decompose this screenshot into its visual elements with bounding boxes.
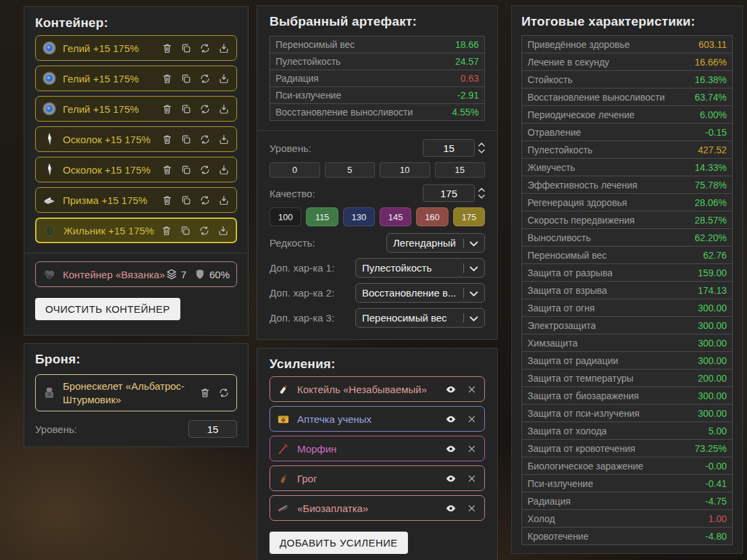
stat-label: Пси-излучение <box>276 90 341 101</box>
boost-row[interactable]: Аптечка ученых <box>269 406 485 432</box>
copy-icon[interactable] <box>180 225 191 236</box>
reroll-icon[interactable] <box>199 225 210 236</box>
quality-option-130[interactable]: 130 <box>343 207 375 226</box>
remove-x-icon[interactable] <box>466 384 478 395</box>
remove-x-icon[interactable] <box>466 503 478 514</box>
stat-label: Переносимый вес <box>276 39 355 50</box>
boost-row[interactable]: Грог <box>269 465 485 491</box>
reroll-icon[interactable] <box>199 164 211 176</box>
export-icon[interactable] <box>218 103 230 115</box>
container-artifact-row[interactable]: Гелий +15 175% <box>35 96 237 122</box>
total-stat-value: -0.00 <box>705 461 727 472</box>
clear-container-button[interactable]: ОЧИСТИТЬ КОНТЕЙНЕР <box>35 298 180 320</box>
delete-icon[interactable] <box>161 43 173 54</box>
total-stat-row: Периодическое лечение 6.00% <box>522 106 732 124</box>
level-option-15[interactable]: 15 <box>435 162 486 178</box>
armor-row[interactable]: Бронескелет «Альбатрос-Штурмовик» <box>35 374 237 411</box>
spinner-up-icon[interactable] <box>478 188 485 192</box>
level-option-5[interactable]: 5 <box>325 162 376 178</box>
total-stat-value: 5.00 <box>709 426 727 436</box>
copy-icon[interactable] <box>180 73 192 84</box>
visibility-eye-icon[interactable] <box>445 384 457 395</box>
spinner-up-icon[interactable] <box>478 143 485 147</box>
export-icon[interactable] <box>218 134 230 145</box>
quality-option-100[interactable]: 100 <box>269 207 301 226</box>
container-artifact-row[interactable]: Осколок +15 175% <box>35 157 237 182</box>
quality-option-175[interactable]: 175 <box>453 207 485 226</box>
reroll-icon[interactable] <box>199 43 211 54</box>
totals-panel: Итоговые характеристики: Приведённое здо… <box>511 5 743 554</box>
armor-name: Бронескелет «Альбатрос-Штурмовик» <box>63 380 199 406</box>
export-icon[interactable] <box>218 43 230 54</box>
export-icon[interactable] <box>217 225 229 236</box>
level-input[interactable]: 15 <box>423 139 475 157</box>
reroll-icon[interactable] <box>218 387 230 399</box>
container-artifact-row[interactable]: Гелий +15 175% <box>35 35 237 61</box>
boost-row[interactable]: Морфин <box>269 436 485 461</box>
prism-artifact-icon <box>43 193 56 207</box>
level-option-0[interactable]: 0 <box>269 162 320 178</box>
total-stat-row: Стойкость 16.38% <box>522 71 732 88</box>
export-icon[interactable] <box>218 73 230 84</box>
extra-stat-1-select[interactable]: Пулестойкость <box>355 258 485 278</box>
total-stat-label: Защита от разрыва <box>527 268 613 278</box>
export-icon[interactable] <box>218 164 230 176</box>
boost-row[interactable]: «Биозаплатка» <box>269 495 485 521</box>
total-stat-row: Живучесть 14.33% <box>522 159 732 176</box>
container-artifact-row[interactable]: Осколок +15 175% <box>35 126 237 152</box>
remove-x-icon[interactable] <box>466 443 478 455</box>
extra-stat-2-label: Доп. хар-ка 2: <box>269 287 334 299</box>
boost-row[interactable]: Коктейль «Незабываемый» <box>269 376 485 402</box>
container-artifact-row[interactable]: Гелий +15 175% <box>35 66 237 91</box>
delete-icon[interactable] <box>161 134 173 145</box>
total-stat-row: Защита от взрыва 174.13 <box>522 282 732 299</box>
extra-stat-3-select[interactable]: Переносимый вес <box>355 308 485 328</box>
container-summary-row[interactable]: Контейнер «Вязанка» 7 60% <box>35 261 237 287</box>
total-stat-row: Приведённое здоровье 603.11 <box>522 36 732 53</box>
copy-icon[interactable] <box>180 195 192 206</box>
delete-icon[interactable] <box>161 225 172 236</box>
shield-icon <box>194 268 206 280</box>
extra-stat-2-select[interactable]: Восстановление в... <box>355 283 485 303</box>
copy-icon[interactable] <box>180 43 192 54</box>
visibility-eye-icon[interactable] <box>445 473 457 484</box>
quality-input[interactable]: 175 <box>423 184 475 202</box>
copy-icon[interactable] <box>180 134 192 145</box>
copy-icon[interactable] <box>180 164 192 176</box>
grog-bottle-icon <box>277 472 290 485</box>
visibility-eye-icon[interactable] <box>445 443 457 455</box>
level-option-10[interactable]: 10 <box>380 162 430 178</box>
copy-icon[interactable] <box>180 103 192 115</box>
syringe-icon <box>277 442 290 455</box>
export-icon[interactable] <box>218 195 230 206</box>
spinner-down-icon[interactable] <box>478 195 485 199</box>
artifact-label: Гелий +15 175% <box>63 73 161 84</box>
reroll-icon[interactable] <box>199 195 211 206</box>
visibility-eye-icon[interactable] <box>445 503 457 514</box>
delete-icon[interactable] <box>199 387 211 399</box>
container-artifact-row[interactable]: Призма +15 175% <box>35 187 237 213</box>
reroll-icon[interactable] <box>199 73 211 84</box>
reroll-icon[interactable] <box>199 103 211 115</box>
remove-x-icon[interactable] <box>466 413 478 425</box>
delete-icon[interactable] <box>161 164 173 176</box>
remove-x-icon[interactable] <box>466 473 478 484</box>
spinner-down-icon[interactable] <box>478 149 485 153</box>
quality-option-160[interactable]: 160 <box>416 207 448 226</box>
delete-icon[interactable] <box>161 73 173 84</box>
quality-option-115[interactable]: 115 <box>306 207 338 226</box>
add-boost-button[interactable]: ДОБАВИТЬ УСИЛЕНИЕ <box>269 532 408 554</box>
quality-option-145[interactable]: 145 <box>380 207 411 226</box>
total-stat-label: Защита от пси-излучения <box>527 408 640 419</box>
boost-label: Аптечка ученых <box>297 413 445 425</box>
delete-icon[interactable] <box>161 195 173 206</box>
delete-icon[interactable] <box>161 103 173 115</box>
container-artifact-row[interactable]: Жильник +15 175% <box>35 218 237 243</box>
artifact-label: Осколок +15 175% <box>63 134 161 145</box>
armor-level-input[interactable]: 15 <box>188 420 237 438</box>
total-stat-value: 427.52 <box>698 145 727 155</box>
visibility-eye-icon[interactable] <box>445 413 457 425</box>
reroll-icon[interactable] <box>199 134 211 145</box>
rarity-select[interactable]: Легендарный <box>386 233 485 253</box>
extra-stat-3-label: Доп. хар-ка 3: <box>269 312 334 324</box>
